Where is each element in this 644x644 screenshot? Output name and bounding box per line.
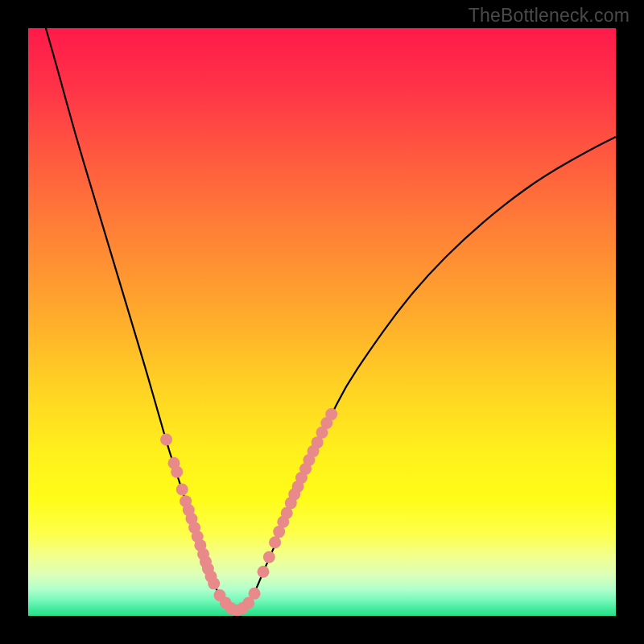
highlight-marker xyxy=(249,588,261,600)
highlight-marker xyxy=(160,434,172,446)
highlight-marker xyxy=(263,551,275,564)
highlight-marker xyxy=(325,408,337,420)
highlight-marker xyxy=(171,466,183,478)
highlight-marker xyxy=(176,484,188,496)
watermark-text: TheBottleneck.com xyxy=(469,5,630,27)
gradient-background xyxy=(28,28,616,616)
bottleneck-chart xyxy=(28,28,616,616)
highlight-marker xyxy=(258,566,270,578)
highlight-marker xyxy=(269,536,281,548)
highlight-marker xyxy=(208,577,220,589)
